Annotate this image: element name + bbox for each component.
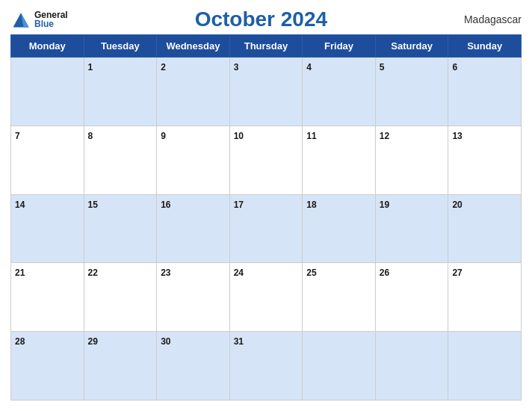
- day-number: 30: [161, 336, 170, 347]
- day-number: 2: [161, 62, 166, 72]
- calendar-cell: 25: [303, 263, 376, 332]
- calendar-week-5: 28293031: [11, 332, 522, 401]
- weekday-header-thursday: Thursday: [229, 35, 303, 58]
- day-number: 14: [15, 200, 25, 210]
- calendar-cell: 24: [229, 263, 303, 332]
- day-number: 28: [15, 336, 25, 347]
- calendar-week-1: 123456: [11, 58, 522, 126]
- day-number: 18: [306, 200, 316, 210]
- day-number: 23: [161, 268, 170, 278]
- weekday-header-sunday: Sunday: [448, 35, 522, 58]
- calendar-cell: 14: [11, 194, 84, 263]
- day-number: 29: [88, 336, 98, 347]
- calendar-cell: 31: [229, 332, 303, 401]
- calendar-cell: 22: [84, 263, 157, 332]
- weekday-header-wednesday: Wednesday: [157, 35, 230, 58]
- calendar-cell: 28: [11, 332, 84, 401]
- calendar-cell: 29: [84, 332, 157, 401]
- day-number: 6: [452, 62, 457, 72]
- calendar-cell: [448, 332, 522, 401]
- calendar-cell: 11: [303, 126, 376, 194]
- day-number: 20: [452, 200, 462, 210]
- calendar-cell: 3: [229, 58, 303, 126]
- day-number: 22: [88, 268, 98, 278]
- day-number: 5: [380, 62, 385, 72]
- day-number: 1: [88, 62, 93, 72]
- day-number: 10: [234, 131, 244, 141]
- calendar-cell: [375, 332, 448, 401]
- day-number: 13: [452, 131, 462, 141]
- calendar-cell: 27: [448, 263, 522, 332]
- calendar: MondayTuesdayWednesdayThursdayFridaySatu…: [10, 34, 522, 401]
- calendar-cell: 17: [229, 194, 303, 263]
- day-number: 8: [88, 131, 93, 141]
- day-number: 7: [15, 131, 20, 141]
- calendar-cell: 16: [157, 194, 230, 263]
- calendar-cell: 18: [303, 194, 376, 263]
- logo: General Blue: [10, 9, 68, 30]
- day-number: 19: [380, 200, 389, 210]
- month-title: October 2024: [68, 7, 454, 31]
- weekday-header-monday: Monday: [11, 35, 84, 58]
- calendar-cell: 12: [375, 126, 448, 194]
- day-number: 25: [306, 268, 316, 278]
- day-number: 12: [380, 131, 389, 141]
- calendar-cell: 5: [375, 58, 448, 126]
- day-number: 31: [234, 336, 244, 347]
- calendar-cell: 10: [229, 126, 303, 194]
- day-number: 21: [15, 268, 25, 278]
- calendar-cell: 1: [84, 58, 157, 126]
- calendar-week-3: 14151617181920: [11, 194, 522, 263]
- calendar-cell: 6: [448, 58, 522, 126]
- weekday-header-tuesday: Tuesday: [84, 35, 157, 58]
- day-number: 3: [234, 62, 239, 72]
- calendar-cell: 23: [157, 263, 230, 332]
- day-number: 24: [234, 268, 244, 278]
- calendar-cell: 15: [84, 194, 157, 263]
- calendar-cell: 26: [375, 263, 448, 332]
- day-number: 11: [306, 131, 316, 141]
- calendar-cell: 30: [157, 332, 230, 401]
- calendar-cell: 19: [375, 194, 448, 263]
- calendar-week-4: 21222324252627: [11, 263, 522, 332]
- calendar-cell: 4: [303, 58, 376, 126]
- day-number: 26: [380, 268, 389, 278]
- weekday-header-friday: Friday: [303, 35, 376, 58]
- country-label: Madagascar: [454, 13, 522, 25]
- day-number: 17: [234, 200, 244, 210]
- logo-icon: [10, 9, 31, 30]
- calendar-cell: 2: [157, 58, 230, 126]
- day-number: 15: [88, 200, 98, 210]
- day-number: 4: [306, 62, 312, 72]
- day-number: 16: [161, 200, 170, 210]
- calendar-cell: 8: [84, 126, 157, 194]
- day-number: 27: [452, 268, 462, 278]
- calendar-cell: [303, 332, 376, 401]
- calendar-cell: [11, 58, 84, 126]
- calendar-cell: 20: [448, 194, 522, 263]
- calendar-cell: 9: [157, 126, 230, 194]
- calendar-cell: 7: [11, 126, 84, 194]
- calendar-cell: 21: [11, 263, 84, 332]
- calendar-cell: 13: [448, 126, 522, 194]
- calendar-week-2: 78910111213: [11, 126, 522, 194]
- weekday-header-saturday: Saturday: [375, 35, 448, 58]
- day-number: 9: [161, 131, 166, 141]
- logo-blue-text: Blue: [34, 19, 68, 28]
